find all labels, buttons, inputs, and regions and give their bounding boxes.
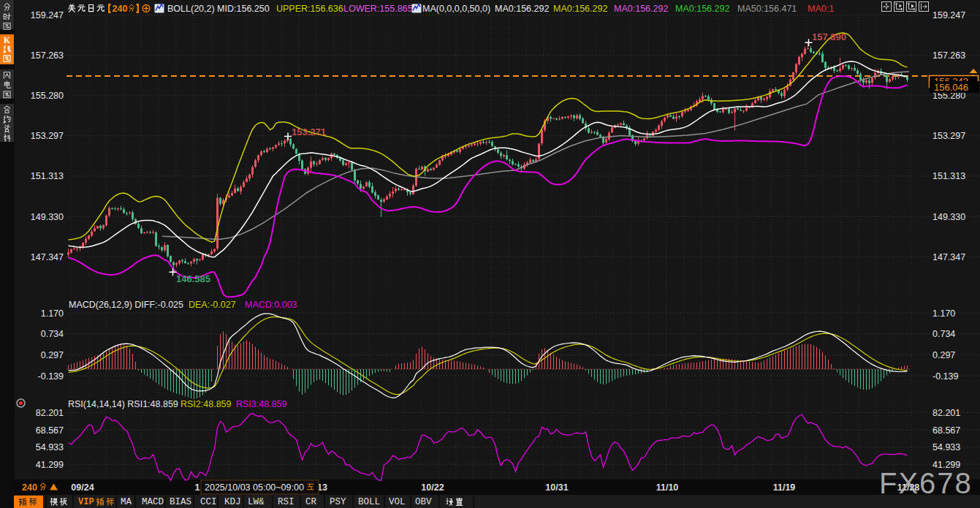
svg-text:MA0:156.292: MA0:156.292 <box>553 4 607 14</box>
svg-text:MA0:156.292: MA0:156.292 <box>495 4 549 14</box>
svg-text:1.170: 1.170 <box>932 308 955 319</box>
svg-text:157.263: 157.263 <box>932 50 965 61</box>
svg-text:147.347: 147.347 <box>932 252 965 262</box>
svg-text:MACD: MACD <box>142 497 164 507</box>
svg-text:MA0:156.292: MA0:156.292 <box>614 4 668 14</box>
svg-text:BOLL: BOLL <box>358 497 380 507</box>
svg-text:MACD:0.003: MACD:0.003 <box>245 300 297 310</box>
svg-text:54.933: 54.933 <box>36 442 64 452</box>
svg-text:RSI: RSI <box>278 497 295 507</box>
svg-text:157.263: 157.263 <box>31 50 64 61</box>
svg-text:1: 1 <box>195 482 200 493</box>
svg-text:2025/10/03 05:00~09:00: 2025/10/03 05:00~09:00 <box>205 482 304 493</box>
svg-text:82.201: 82.201 <box>932 408 960 418</box>
svg-text:151.313: 151.313 <box>932 171 965 181</box>
svg-text:240: 240 <box>113 4 128 14</box>
svg-text:MA50:156.471: MA50:156.471 <box>737 4 797 14</box>
svg-text:153.271: 153.271 <box>292 126 326 137</box>
svg-text:1.170: 1.170 <box>41 308 64 319</box>
svg-text:153.297: 153.297 <box>932 131 965 141</box>
svg-text:-0.139: -0.139 <box>932 371 958 382</box>
svg-text:146.585: 146.585 <box>176 273 210 284</box>
svg-text:MA0:1: MA0:1 <box>808 4 834 14</box>
svg-text:11/19: 11/19 <box>773 482 796 493</box>
svg-text:BIAS: BIAS <box>170 497 191 507</box>
svg-text:41.299: 41.299 <box>36 460 64 470</box>
svg-text:159.247: 159.247 <box>932 10 965 20</box>
svg-text:11/10: 11/10 <box>656 482 679 493</box>
svg-text:147.347: 147.347 <box>31 252 64 262</box>
svg-text:LOWER:155.865: LOWER:155.865 <box>343 4 413 14</box>
svg-text:157.890: 157.890 <box>812 31 846 42</box>
svg-text:68.567: 68.567 <box>36 425 64 436</box>
svg-text:RSI2:48.859: RSI2:48.859 <box>181 399 232 409</box>
svg-text:MACD(26,12,9) DIFF:-0.025: MACD(26,12,9) DIFF:-0.025 <box>69 300 183 310</box>
svg-text:FX678: FX678 <box>879 467 973 499</box>
svg-text:-0.139: -0.139 <box>38 371 64 382</box>
svg-text:UPPER:156.636: UPPER:156.636 <box>276 4 343 14</box>
svg-text:0.734: 0.734 <box>932 329 955 339</box>
svg-text:54.933: 54.933 <box>932 442 960 452</box>
svg-text:153.297: 153.297 <box>31 131 64 141</box>
svg-text:MA0:156.292: MA0:156.292 <box>675 4 729 14</box>
svg-text:0.297: 0.297 <box>41 350 64 360</box>
svg-text:VOL: VOL <box>389 497 406 507</box>
svg-text:DEA:-0.027: DEA:-0.027 <box>189 300 236 310</box>
svg-text:149.330: 149.330 <box>31 212 64 222</box>
svg-text:MA: MA <box>121 497 132 507</box>
svg-text:159.247: 159.247 <box>31 10 64 20</box>
svg-text:CCI: CCI <box>200 497 217 507</box>
svg-text:0.734: 0.734 <box>41 329 64 339</box>
svg-text:155.280: 155.280 <box>31 91 64 101</box>
svg-text:68.567: 68.567 <box>932 425 960 436</box>
svg-text:0.297: 0.297 <box>932 350 955 360</box>
svg-text:OBV: OBV <box>415 497 432 507</box>
svg-text:CR: CR <box>305 497 317 507</box>
svg-text:LW&: LW& <box>248 497 265 507</box>
svg-text:MA(0,0,0,0,50,0): MA(0,0,0,0,50,0) <box>422 4 490 14</box>
svg-text:KDJ: KDJ <box>224 497 241 507</box>
svg-text:10/22: 10/22 <box>421 482 444 493</box>
svg-text:RSI3:48.859: RSI3:48.859 <box>236 399 287 409</box>
svg-text:VIP: VIP <box>78 497 94 507</box>
svg-text:151.313: 151.313 <box>31 171 64 181</box>
svg-text:09/24: 09/24 <box>71 482 94 493</box>
svg-text:10/31: 10/31 <box>545 482 568 493</box>
svg-text:K: K <box>4 35 11 45</box>
svg-text:BOLL(20,2) MID:156.250: BOLL(20,2) MID:156.250 <box>167 4 270 14</box>
svg-text:149.330: 149.330 <box>932 212 965 222</box>
svg-text:156.046: 156.046 <box>934 82 968 93</box>
svg-text:PSY: PSY <box>330 497 346 507</box>
svg-text:82.201: 82.201 <box>36 408 64 418</box>
svg-text:RSI(14,14,14) RSI1:48.859: RSI(14,14,14) RSI1:48.859 <box>68 399 178 409</box>
svg-text:240: 240 <box>22 482 37 493</box>
